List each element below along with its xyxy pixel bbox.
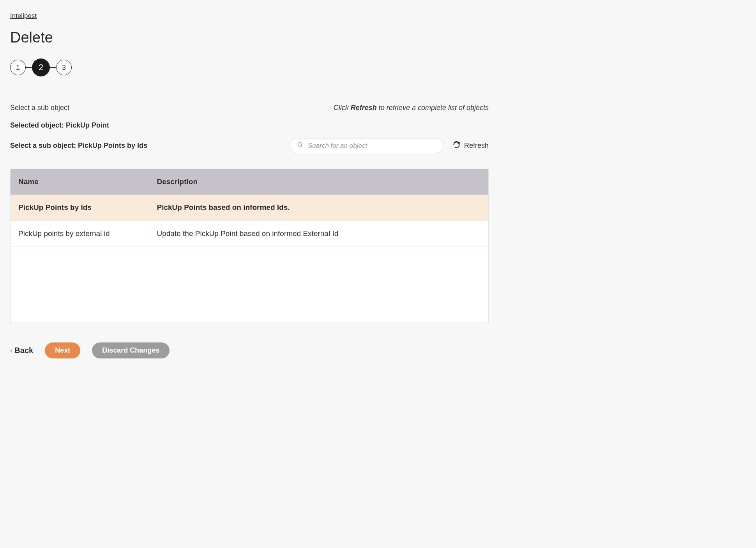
discard-button[interactable]: Discard Changes (92, 342, 170, 358)
column-description[interactable]: Description (149, 169, 488, 195)
step-connector (26, 67, 32, 68)
table-row[interactable]: PickUp Points by Ids PickUp Points based… (11, 195, 488, 221)
step-2[interactable]: 2 (32, 59, 50, 76)
cell-description: Update the PickUp Point based on informe… (149, 221, 488, 247)
selected-object-label: Selected object: PickUp Point (10, 121, 489, 129)
search-input[interactable] (308, 142, 436, 150)
page-title: Delete (10, 29, 489, 46)
step-3[interactable]: 3 (56, 60, 72, 75)
hint-prefix: Click (334, 104, 351, 112)
subheader-left-text: Select a sub object (10, 104, 69, 112)
search-icon (297, 142, 303, 150)
search-box[interactable] (290, 138, 443, 153)
object-table-container: Name Description PickUp Points by Ids Pi… (10, 169, 489, 323)
cell-description: PickUp Points based on informed Ids. (149, 195, 488, 221)
table-row[interactable]: PickUp points by external id Update the … (11, 221, 488, 247)
cell-name: PickUp Points by Ids (11, 195, 149, 221)
object-table: Name Description PickUp Points by Ids Pi… (11, 169, 488, 247)
tool-row: Select a sub object: PickUp Points by Id… (10, 138, 489, 153)
next-button[interactable]: Next (45, 342, 80, 358)
subheader-right-text: Click Refresh to retrieve a complete lis… (334, 104, 489, 112)
select-sub-object-label: Select a sub object: PickUp Points by Id… (10, 142, 147, 150)
svg-line-1 (301, 146, 302, 147)
back-label: Back (14, 346, 33, 355)
hint-bold: Refresh (351, 104, 377, 112)
refresh-icon (453, 141, 460, 151)
breadcrumb-link[interactable]: Intelipost (10, 12, 37, 20)
stepper: 1 2 3 (10, 59, 489, 76)
footer: ‹ Back Next Discard Changes (10, 342, 489, 358)
cell-name: PickUp points by external id (11, 221, 149, 247)
column-name[interactable]: Name (11, 169, 149, 195)
back-button[interactable]: ‹ Back (10, 346, 33, 355)
refresh-button[interactable]: Refresh (453, 141, 489, 151)
chevron-left-icon: ‹ (10, 347, 12, 354)
hint-suffix: to retrieve a complete list of objects (377, 104, 489, 112)
tool-right: Refresh (290, 138, 489, 153)
subheader-row: Select a sub object Click Refresh to ret… (10, 104, 489, 112)
refresh-label: Refresh (464, 142, 489, 150)
step-connector (50, 67, 56, 68)
step-1[interactable]: 1 (10, 60, 26, 75)
